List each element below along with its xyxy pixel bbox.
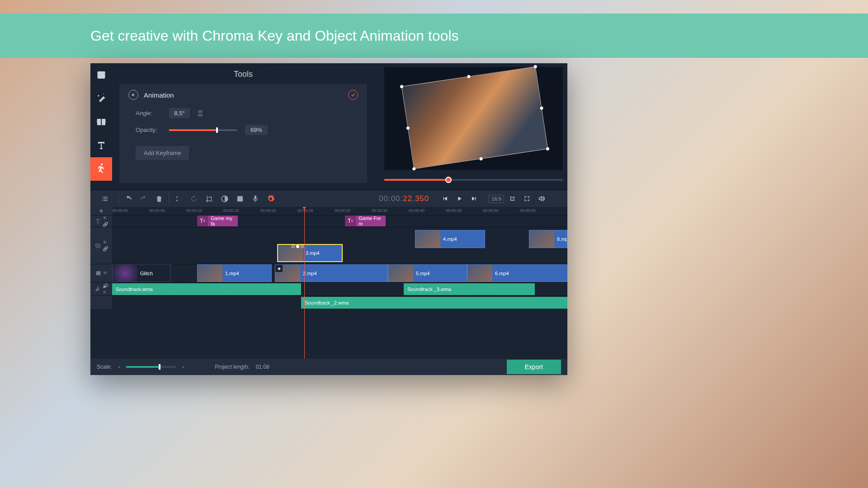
- overlay-track: 👁🔗 3.mp44.mp48.mp4: [90, 227, 567, 264]
- gear-icon: [267, 195, 275, 203]
- title-clip[interactable]: TTGame For m: [345, 216, 386, 226]
- video-clip[interactable]: 1.mp4: [197, 264, 272, 282]
- equalizer-icon: [282, 195, 290, 203]
- transitions-tool[interactable]: [90, 110, 112, 134]
- preview-frame[interactable]: [401, 66, 548, 169]
- preview-panel: [380, 63, 567, 190]
- overlay-clip[interactable]: 3.mp4: [277, 244, 343, 262]
- play-button[interactable]: [453, 193, 465, 205]
- video-clip[interactable]: ★2.mp4: [275, 264, 388, 282]
- volume-button[interactable]: [536, 193, 547, 205]
- video-clip[interactable]: Glitch: [112, 264, 171, 282]
- overlay-clip[interactable]: 8.mp4: [529, 230, 567, 248]
- animation-heading: Animation: [144, 91, 343, 99]
- angle-row: Angle: 8,5°: [136, 108, 358, 118]
- image-icon: [236, 195, 244, 203]
- next-button[interactable]: [468, 193, 480, 205]
- skip-forward-icon: [471, 195, 477, 202]
- title-track: 👁🔗 TTGame my faTTGame For m: [90, 215, 567, 227]
- contrast-icon: [221, 195, 229, 203]
- delete-button[interactable]: [152, 192, 166, 206]
- back-button[interactable]: [128, 90, 138, 100]
- text-track-icon: [94, 218, 101, 225]
- overlay-clip[interactable]: 4.mp4: [415, 230, 485, 248]
- add-track-button[interactable]: +: [99, 207, 103, 215]
- play-icon: [456, 195, 463, 202]
- angle-spinner[interactable]: [198, 110, 203, 117]
- video-track: 👁 Glitch1.mp4★2.mp45.mp46.mp4: [90, 264, 567, 282]
- tools-title: Tools: [112, 63, 374, 84]
- project-length-value: 01:08: [256, 364, 269, 370]
- playback-bar: 00:00:22.350 16:9: [374, 190, 567, 207]
- fullscreen-icon: [524, 195, 530, 202]
- video-clip[interactable]: 6.mp4: [467, 264, 567, 282]
- effects-tool[interactable]: [90, 87, 112, 110]
- mic-button[interactable]: [249, 192, 262, 206]
- preview-canvas[interactable]: [384, 67, 563, 170]
- redo-button[interactable]: [137, 192, 151, 206]
- popout-icon: [509, 195, 516, 202]
- list-icon: [101, 195, 109, 203]
- crop-button[interactable]: [203, 192, 216, 206]
- scale-label: Scale:: [97, 364, 112, 370]
- text-icon: [96, 140, 107, 151]
- check-icon: [350, 92, 356, 98]
- scale-zoom-out[interactable]: ▫: [118, 364, 120, 370]
- popout-button[interactable]: [507, 193, 519, 205]
- undo-button[interactable]: [122, 192, 135, 206]
- audio-clip[interactable]: Soundtrack _2.wma: [301, 297, 567, 309]
- scale-zoom-in[interactable]: ▫: [182, 364, 184, 370]
- export-button[interactable]: Export: [507, 360, 561, 374]
- equalizer-button[interactable]: [279, 192, 293, 206]
- audio-clip[interactable]: Soundtrack.wma: [112, 283, 301, 295]
- media-tool[interactable]: [90, 63, 112, 87]
- settings-button[interactable]: [264, 192, 278, 206]
- audio-track-2: Soundtrack _2.wma: [90, 296, 567, 309]
- title-clip[interactable]: TTGame my fa: [197, 216, 238, 226]
- volume-icon: [538, 195, 545, 202]
- opacity-row: Opacity: 69%: [136, 125, 358, 135]
- transition-icon: [96, 117, 107, 127]
- titles-tool[interactable]: [90, 134, 112, 157]
- edit-toolbar: [90, 190, 374, 207]
- rotate-button[interactable]: [187, 192, 201, 206]
- mic-icon: [251, 195, 259, 203]
- status-bar: Scale: ▫ ▫ Project length: 01:08 Export: [90, 359, 567, 375]
- opacity-label: Opacity:: [136, 127, 161, 133]
- video-track-icon: [95, 270, 102, 277]
- aspect-ratio-button[interactable]: 16:9: [489, 195, 504, 203]
- fullscreen-button[interactable]: [521, 193, 533, 205]
- skip-back-icon: [442, 195, 448, 202]
- left-tool-strip: [90, 63, 112, 190]
- apply-button[interactable]: [348, 90, 358, 100]
- opacity-value[interactable]: 69%: [245, 125, 268, 135]
- rotate-icon: [190, 195, 198, 203]
- banner-headline: Get creative with Chroma Key and Object …: [90, 28, 459, 44]
- chevron-left-icon: [131, 92, 136, 98]
- preview-scrubber[interactable]: [384, 179, 563, 181]
- scale-slider[interactable]: [126, 366, 176, 368]
- angle-value[interactable]: 8,5°: [169, 108, 190, 118]
- undo-icon: [124, 195, 132, 203]
- video-editor-window: Tools Animation Angle: 8,5° Opacity: 69%: [90, 63, 567, 375]
- opacity-slider[interactable]: [169, 129, 237, 131]
- audio-track-icon: [94, 286, 101, 292]
- prev-button[interactable]: [439, 193, 451, 205]
- image-button[interactable]: [233, 192, 247, 206]
- filmstrip-icon: [96, 70, 107, 80]
- color-button[interactable]: [218, 192, 231, 206]
- list-toggle[interactable]: [94, 192, 116, 206]
- wand-icon: [96, 93, 107, 104]
- overlay-track-icon: [94, 242, 101, 249]
- animation-tool[interactable]: [90, 157, 112, 181]
- animation-panel: Animation Angle: 8,5° Opacity: 69% Add K…: [119, 84, 367, 183]
- add-keyframe-button[interactable]: Add Keyframe: [136, 146, 189, 160]
- promo-banner: Get creative with Chroma Key and Object …: [0, 14, 868, 58]
- cut-button[interactable]: [172, 192, 185, 206]
- angle-label: Angle:: [136, 110, 161, 117]
- video-clip[interactable]: 5.mp4: [388, 264, 467, 282]
- playhead[interactable]: [304, 207, 305, 359]
- time-ruler[interactable]: 00:00:0000:00:0500:00:1000:00:1500:00:20…: [112, 207, 567, 215]
- audio-clip[interactable]: Soundtrack _3.wma: [404, 283, 535, 295]
- timeline: + 00:00:0000:00:0500:00:1000:00:1500:00:…: [90, 207, 567, 359]
